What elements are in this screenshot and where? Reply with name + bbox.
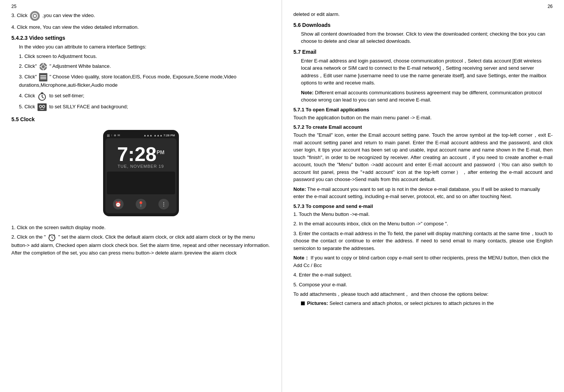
- create-email-text: Touch the "Email" icon, enter the Email …: [293, 131, 553, 183]
- note2-label: Note:: [293, 186, 306, 192]
- attach-text: To add attachments，please touch add atta…: [293, 290, 553, 298]
- section-573-header: 5.7.3 To compose and send e-mail: [293, 203, 553, 209]
- alarm-bottom-icon: ⏰: [113, 199, 124, 209]
- bullet1-content: Pictures: Select camera and attach photo…: [307, 300, 494, 306]
- svg-rect-10: [40, 75, 46, 76]
- clock-image-container: ⊠ ↑ ⊕ ✉ ▲▲▲ ▲▲▲ 7:28 PM 7:28PM: [11, 126, 270, 220]
- click2-prefix: 2. Click on the ": [11, 234, 46, 240]
- note3-label: Note：: [293, 255, 309, 261]
- section-55-header: 5.5 Clock: [11, 116, 270, 122]
- compose1-text: 1. Touch the Menu button ->e-mail.: [293, 211, 553, 218]
- compose3-text: 3. Enter the contacts e-mail address in …: [293, 230, 553, 252]
- section-5423-header: 5.4.2.3 Video settings: [11, 35, 270, 41]
- note1-block: Note: Different email accounts communica…: [301, 89, 553, 104]
- alarm-icon: [48, 233, 56, 242]
- note1-label: Note:: [301, 90, 313, 95]
- svg-rect-7: [39, 66, 41, 67]
- compose4-text: 4. Enter the e-mail subject.: [293, 271, 553, 279]
- svg-rect-14: [41, 92, 43, 94]
- click1-text: 1. Click on the screen switch display mo…: [11, 224, 270, 231]
- clock-face-area: [107, 172, 175, 194]
- note3-text: If you want to copy or blind carbon copy…: [293, 255, 549, 268]
- phone-bottom-icons: ⏰ 📍 ⋮: [107, 197, 175, 211]
- note2-block: Note: The e-mail account you want to set…: [293, 186, 553, 200]
- click2-text: 2. Click on the " " set the alarm clock.…: [11, 233, 270, 256]
- compose5-text: 5. Compose your e-mail.: [293, 281, 553, 289]
- email-text-block: Enter E-mail address and login password,…: [301, 57, 553, 87]
- svg-rect-6: [43, 69, 44, 70]
- svg-rect-8: [45, 66, 47, 67]
- location-bottom-icon: 📍: [136, 199, 146, 209]
- left-page-number: 25: [11, 4, 270, 9]
- svg-line-22: [52, 238, 53, 239]
- bullet1-item: Pictures: Select camera and attach photo…: [301, 300, 553, 306]
- bullet1-label: Pictures:: [307, 300, 328, 306]
- svg-rect-12: [40, 78, 46, 79]
- svg-rect-17: [38, 103, 47, 111]
- clock-phone-mockup: ⊠ ↑ ⊕ ✉ ▲▲▲ ▲▲▲ 7:28 PM 7:28PM: [103, 130, 179, 216]
- right-page-number: 26: [293, 4, 553, 9]
- video-step3: 3. Click" " Choose Video quality, store …: [19, 73, 270, 89]
- video-step1: 1. Click screen to Adjustment focus.: [19, 53, 270, 60]
- note1-text: Different email accounts communications …: [301, 90, 542, 103]
- bullet1-icon: [301, 301, 305, 305]
- video-step5: 5. Click to set SILLY FACE and backgroun…: [19, 103, 270, 111]
- phone-status-right: ▲▲▲ ▲▲▲ 7:28 PM: [144, 134, 175, 137]
- section-56-header: 5.6 Downloads: [293, 22, 553, 28]
- bullet1-text: Select camera and attach photos, or sele…: [329, 300, 494, 306]
- svg-rect-5: [43, 63, 44, 64]
- step3-text: 3. Click ,you can view the video.: [11, 11, 270, 21]
- video-step4: 4. Click to set self-timer;: [19, 92, 270, 101]
- section-57-header: 5.7 Email: [293, 49, 553, 55]
- svg-point-2: [34, 15, 36, 17]
- left-column: 25 3. Click ,you can view the video. 4. …: [0, 0, 282, 392]
- phone-screen: 7:28PM TUE, NOVEMBER 19 ⏰ 📍 ⋮: [105, 138, 177, 213]
- step4-text: 4. Click more, You can view the video de…: [11, 23, 270, 31]
- svg-line-16: [42, 97, 44, 98]
- video-intro-text: In the video you can attribute to camera…: [19, 43, 270, 51]
- phone-time-display: 7:28PM: [107, 141, 175, 164]
- clock-time: 7:28PM: [117, 143, 164, 165]
- phone-status-bar: ⊠ ↑ ⊕ ✉ ▲▲▲ ▲▲▲ 7:28 PM: [105, 133, 177, 138]
- note3-block: Note： If you want to copy or blind carbo…: [293, 254, 553, 269]
- right-column: 26 deleted or edit alarm. 5.6 Downloads …: [282, 0, 564, 392]
- open-email-text: Touch the application button on the main…: [293, 114, 553, 122]
- step3-suffix: ,you can view the video.: [42, 12, 95, 18]
- phone-status-left: ⊠ ↑ ⊕ ✉: [107, 134, 120, 137]
- note2-text: The e-mail account you want to set up is…: [293, 186, 540, 200]
- video-settings-intro: In the video you can attribute to camera…: [19, 43, 270, 111]
- timer-icon: [38, 92, 47, 101]
- menu-bottom-icon: ⋮: [158, 199, 169, 209]
- sillyface-icon: [38, 103, 47, 111]
- downloads-text: Show all content downloaded from the bro…: [301, 30, 553, 45]
- step3-video-suffix: " Choose Video quality, store location,E…: [19, 74, 237, 88]
- step3-label: 3. Click: [11, 12, 28, 18]
- compose2-text: 2. In the email accounts inbox, click on…: [293, 220, 553, 228]
- settings-icon: [39, 62, 47, 71]
- video-step2: 2. Click" " Adjustment White balance.: [19, 62, 270, 71]
- section-572-header: 5.7.2 To create Email account: [293, 124, 553, 130]
- section-571-header: 5.7.1 To open Email applications: [293, 107, 553, 112]
- svg-rect-11: [40, 77, 46, 78]
- deleted-alarm-text: deleted or edit alarm.: [293, 11, 553, 18]
- camera-icon: [30, 11, 40, 21]
- step3-prefix: 3. Click": [19, 74, 37, 80]
- menu-icon: [39, 73, 47, 81]
